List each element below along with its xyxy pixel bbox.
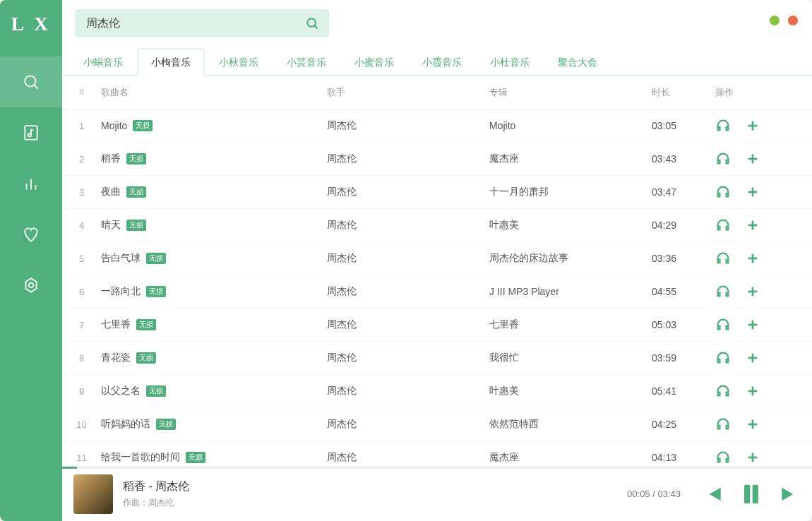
app-logo: L X: [11, 13, 51, 35]
song-artist: 周杰伦: [327, 418, 489, 431]
source-tab[interactable]: 小霞音乐: [408, 48, 476, 76]
song-artist: 周杰伦: [327, 119, 489, 132]
add-icon[interactable]: [745, 184, 760, 200]
svg-line-1: [34, 85, 37, 88]
listen-icon[interactable]: [715, 184, 731, 200]
song-name: 七里香: [101, 318, 131, 331]
song-artist: 周杰伦: [327, 252, 489, 265]
song-artist: 周杰伦: [327, 219, 489, 232]
song-album: 魔杰座: [489, 152, 652, 165]
song-album: 我很忙: [489, 352, 652, 364]
add-icon[interactable]: [745, 251, 760, 266]
add-icon[interactable]: [745, 350, 760, 366]
song-row[interactable]: 3 夜曲 无损 周杰伦 十一月的萧邦 03:47: [62, 176, 812, 209]
track-title: 稻香 - 周杰伦: [123, 479, 627, 494]
add-icon[interactable]: [745, 217, 760, 233]
source-tab[interactable]: 小蜜音乐: [340, 48, 408, 76]
add-icon[interactable]: [745, 417, 760, 432]
add-icon[interactable]: [745, 151, 760, 167]
chart-icon: [22, 174, 40, 193]
song-duration: 04:29: [652, 220, 715, 231]
listen-icon[interactable]: [715, 284, 731, 299]
add-icon[interactable]: [745, 383, 760, 399]
song-num: 10: [62, 419, 101, 430]
add-icon[interactable]: [745, 118, 760, 133]
quality-badge: 无损: [136, 352, 156, 364]
song-duration: 05:03: [652, 319, 715, 330]
song-num: 2: [62, 154, 101, 164]
song-artist: 周杰伦: [327, 318, 489, 331]
settings-icon: [22, 276, 40, 294]
source-tab[interactable]: 小芸音乐: [273, 48, 340, 76]
search-icon: [22, 73, 40, 91]
listen-icon[interactable]: [715, 317, 731, 333]
svg-point-0: [25, 76, 35, 86]
svg-marker-7: [25, 278, 36, 292]
search-input[interactable]: [75, 17, 305, 30]
quality-badge: 无损: [146, 286, 166, 297]
source-tab[interactable]: 聚合大会: [544, 48, 611, 76]
svg-point-8: [29, 283, 34, 288]
song-row[interactable]: 11 给我一首歌的时间 无损 周杰伦 魔杰座 04:13: [62, 441, 812, 466]
add-icon[interactable]: [745, 317, 760, 333]
song-row[interactable]: 6 一路向北 无损 周杰伦 J III MP3 Player 04:55: [62, 275, 812, 309]
add-icon[interactable]: [745, 450, 760, 465]
nav-favorites[interactable]: [0, 209, 62, 260]
progress-fill: [62, 467, 77, 469]
listen-icon[interactable]: [715, 450, 731, 465]
song-duration: 03:47: [652, 186, 715, 198]
quality-badge: 无损: [126, 153, 146, 164]
next-button[interactable]: [778, 483, 801, 505]
time-info: 00:05 / 03:43: [627, 489, 681, 499]
quality-badge: 无损: [126, 186, 146, 198]
song-row[interactable]: 2 稻香 无损 周杰伦 魔杰座 03:43: [62, 143, 812, 176]
listen-icon[interactable]: [715, 350, 731, 366]
song-name: 青花瓷: [101, 352, 131, 364]
song-artist: 周杰伦: [327, 186, 489, 198]
svg-rect-34: [753, 484, 758, 503]
song-name: 一路向北: [101, 285, 141, 298]
listen-icon[interactable]: [715, 151, 731, 167]
source-tab[interactable]: 小秋音乐: [205, 48, 273, 76]
nav-settings[interactable]: [0, 260, 62, 311]
quality-badge: 无损: [126, 220, 146, 231]
song-row[interactable]: 1 Mojito 无损 周杰伦 Mojito 03:05: [62, 109, 812, 143]
progress-bar[interactable]: [62, 467, 812, 469]
song-name: 夜曲: [101, 186, 121, 198]
song-duration: 05:41: [652, 385, 715, 397]
nav-search[interactable]: [0, 56, 62, 107]
source-tab[interactable]: 小枸音乐: [137, 48, 205, 76]
song-row[interactable]: 10 听妈妈的话 无损 周杰伦 依然范特西 04:25: [62, 408, 812, 441]
pause-button[interactable]: [737, 480, 765, 508]
add-icon[interactable]: [745, 284, 760, 299]
listen-icon[interactable]: [715, 251, 731, 266]
listen-icon[interactable]: [715, 217, 731, 233]
source-tab[interactable]: 小杜音乐: [476, 48, 544, 76]
song-row[interactable]: 7 七里香 无损 周杰伦 七里香 05:03: [62, 309, 812, 342]
song-row[interactable]: 8 青花瓷 无损 周杰伦 我很忙 03:59: [62, 342, 812, 375]
song-duration: 03:59: [652, 352, 715, 364]
song-name: 听妈妈的话: [101, 418, 150, 431]
album-art[interactable]: [73, 474, 113, 514]
listen-icon[interactable]: [715, 118, 731, 133]
song-artist: 周杰伦: [327, 385, 489, 397]
header-num: #: [62, 86, 101, 99]
prev-button[interactable]: [702, 483, 724, 505]
close-button[interactable]: [788, 16, 798, 25]
listen-icon[interactable]: [715, 417, 731, 432]
quality-badge: 无损: [146, 253, 166, 264]
source-tab[interactable]: 小蜗音乐: [69, 48, 137, 76]
song-num: 6: [62, 287, 101, 297]
song-artist: 周杰伦: [327, 152, 489, 165]
minimize-button[interactable]: [770, 16, 780, 25]
song-row[interactable]: 9 以父之名 无损 周杰伦 叶惠美 05:41: [62, 375, 812, 408]
search-submit-icon[interactable]: [305, 16, 319, 30]
quality-badge: 无损: [156, 419, 176, 430]
quality-badge: 无损: [133, 120, 153, 131]
song-name: 晴天: [101, 219, 121, 232]
nav-charts[interactable]: [0, 158, 62, 209]
listen-icon[interactable]: [715, 383, 731, 399]
song-row[interactable]: 4 晴天 无损 周杰伦 叶惠美 04:29: [62, 209, 812, 242]
song-row[interactable]: 5 告白气球 无损 周杰伦 周杰伦的床边故事 03:36: [62, 242, 812, 275]
nav-library[interactable]: [0, 107, 62, 158]
